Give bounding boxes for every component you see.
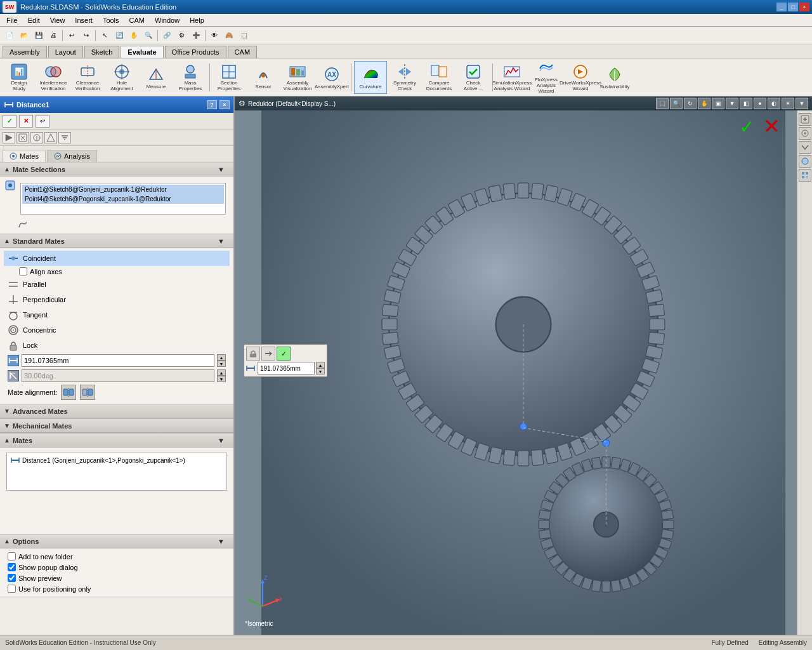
mate-option-coincident[interactable]: Coincident (4, 251, 230, 266)
viewport-ok-button[interactable]: ✓ (739, 116, 755, 138)
pm-cancel-btn[interactable]: ✕ (19, 115, 33, 128)
mass-properties-btn[interactable]: Mass Properties (174, 61, 207, 94)
angle-spinner[interactable]: ▲ ▼ (217, 369, 226, 382)
section-btn[interactable]: ⬚ (237, 29, 251, 43)
tab-cam[interactable]: CAM (228, 46, 257, 58)
vp-rs-btn-5[interactable] (799, 169, 811, 182)
menu-item-window[interactable]: Window (150, 15, 185, 25)
vp-scene-btn[interactable]: ☀ (782, 98, 794, 109)
vp-more-btn[interactable]: ▼ (796, 98, 808, 109)
minimize-button[interactable]: _ (776, 3, 787, 11)
menu-item-edit[interactable]: Edit (23, 15, 45, 25)
mechanical-mates-header[interactable]: ▼ Mechanical Mates (0, 419, 233, 433)
fm-icon-4[interactable] (44, 132, 57, 143)
interference-btn[interactable]: Interference Verification (37, 61, 70, 94)
open-btn[interactable]: 📂 (17, 29, 31, 43)
zoom-btn[interactable]: 🔍 (141, 29, 155, 43)
angle-spin-up[interactable]: ▲ (217, 369, 226, 376)
tab-layout[interactable]: Layout (48, 46, 83, 58)
menu-item-insert[interactable]: Insert (70, 15, 98, 25)
popup-distance-input[interactable] (258, 362, 315, 375)
measure-btn[interactable]: Measure (140, 61, 173, 94)
fm-icon-1[interactable] (3, 132, 15, 143)
vp-rs-btn-1[interactable] (799, 113, 811, 126)
section-properties-btn[interactable]: Section Properties (213, 61, 246, 94)
tab-office-products[interactable]: Office Products (165, 46, 226, 58)
fm-icon-filter[interactable] (58, 132, 71, 143)
tab-analysis[interactable]: Analysis (47, 150, 97, 162)
compare-documents-btn[interactable]: Compare Documents (422, 61, 455, 94)
assembly-visualization-btn[interactable]: Assembly Visualization (281, 61, 314, 94)
insert-btn[interactable]: ➕ (189, 29, 203, 43)
standard-mates-header[interactable]: ▲ Standard Mates ▼ (0, 234, 233, 248)
menu-item-help[interactable]: Help (185, 15, 209, 25)
select-btn[interactable]: ↖ (98, 29, 112, 43)
new-btn[interactable]: 📄 (3, 29, 16, 43)
rotate-btn[interactable]: 🔄 (112, 29, 126, 43)
mate-option-parallel[interactable]: Parallel (4, 277, 230, 292)
menu-item-file[interactable]: File (1, 15, 23, 25)
vp-view-settings-btn[interactable]: ▼ (726, 98, 738, 109)
design-study-btn[interactable]: 📊 Design Study (3, 61, 36, 94)
mate-selections-header[interactable]: ▲ Mate Selections ▼ (0, 162, 233, 176)
fm-icon-3[interactable] (30, 132, 43, 143)
vp-pan-btn[interactable]: ✋ (698, 98, 710, 109)
add-folder-checkbox[interactable] (8, 552, 16, 560)
display-btn[interactable]: 👁 (207, 29, 221, 43)
tab-sketch[interactable]: Sketch (84, 46, 120, 58)
pm-ok-btn[interactable]: ✓ (3, 115, 16, 128)
close-button[interactable]: × (799, 3, 809, 11)
check-active-btn[interactable]: Check Active ... (457, 61, 490, 94)
redo-btn[interactable]: ↪ (79, 29, 93, 43)
floXpress-btn[interactable]: FloXpress Analysis Wizard (530, 61, 563, 94)
vp-zoom-sel-btn[interactable]: 🔍 (670, 98, 683, 109)
popup-spinner[interactable]: ▲ ▼ (316, 362, 325, 375)
popup-flip-btn[interactable] (261, 347, 275, 361)
menu-item-view[interactable]: View (45, 15, 70, 25)
popup-spin-up[interactable]: ▲ (316, 362, 325, 368)
mate-option-concentric[interactable]: Concentric (4, 322, 230, 338)
symmetry-check-btn[interactable]: Symmetry Check (388, 61, 421, 94)
angle-input[interactable] (22, 369, 214, 382)
viewport[interactable]: ⚙ Reduktor (Default<Display S...) ⬚ 🔍 ↻ … (235, 96, 812, 635)
left-panel-scroll[interactable]: ▲ Mate Selections ▼ Point1@Sketch8@Gonje… (0, 162, 233, 635)
mate-option-tangent[interactable]: Tangent (4, 307, 230, 322)
mate-option-lock[interactable]: Lock (4, 338, 230, 353)
simulationxpress-btn[interactable]: SimulationXpress Analysis Wizard (495, 61, 528, 94)
advanced-mates-header[interactable]: ▼ Advanced Mates (0, 404, 233, 418)
pan-btn[interactable]: ✋ (127, 29, 141, 43)
align-axes-checkbox[interactable] (19, 267, 27, 275)
use-positioning-checkbox[interactable] (8, 585, 16, 593)
tab-mates[interactable]: Mates (3, 150, 46, 162)
vp-zoom-fit-btn[interactable]: ⬚ (656, 98, 669, 109)
mate-btn[interactable]: 🔗 (160, 29, 174, 43)
distance-spin-down[interactable]: ▼ (217, 361, 226, 367)
tab-assembly[interactable]: Assembly (3, 46, 47, 58)
vp-display-btn[interactable]: ▣ (712, 98, 724, 109)
curvature-btn[interactable]: Curvature (354, 61, 387, 94)
pm-reset-btn[interactable]: ↩ (36, 115, 49, 128)
mate-selection-list[interactable]: Point1@Sketch8@Gonjeni_zupcanik-1@Redukt… (20, 183, 226, 215)
vp-display-mode-btn[interactable]: ● (754, 98, 766, 109)
maximize-button[interactable]: □ (788, 3, 798, 11)
distance-spinner[interactable]: ▲ ▼ (217, 354, 226, 367)
mate-option-perpendicular[interactable]: Perpendicular (4, 292, 230, 307)
popup-ok-btn[interactable]: ✓ (277, 347, 291, 361)
popup-lock-btn[interactable] (246, 347, 260, 361)
distance-input[interactable] (22, 354, 214, 367)
popup-spin-down[interactable]: ▼ (316, 368, 325, 375)
vp-rs-btn-3[interactable] (799, 141, 811, 154)
print-btn[interactable]: 🖨 (46, 29, 60, 43)
mates-list-header[interactable]: ▲ Mates ▼ (0, 434, 233, 448)
vp-rs-btn-2[interactable] (799, 127, 811, 140)
hole-alignment-btn[interactable]: Hole Alignment (105, 61, 138, 94)
hide-btn[interactable]: 🙈 (222, 29, 236, 43)
vp-section-view-btn[interactable]: ◧ (740, 98, 752, 109)
pm-help-btn[interactable]: ? (207, 100, 217, 109)
distance-spin-up[interactable]: ▲ (217, 354, 226, 361)
menu-item-cam[interactable]: CAM (124, 15, 150, 25)
tab-evaluate[interactable]: Evaluate (121, 46, 163, 58)
show-popup-checkbox[interactable] (8, 563, 16, 571)
align-btn-2[interactable] (80, 385, 95, 400)
vp-rotate-btn[interactable]: ↻ (684, 98, 697, 109)
